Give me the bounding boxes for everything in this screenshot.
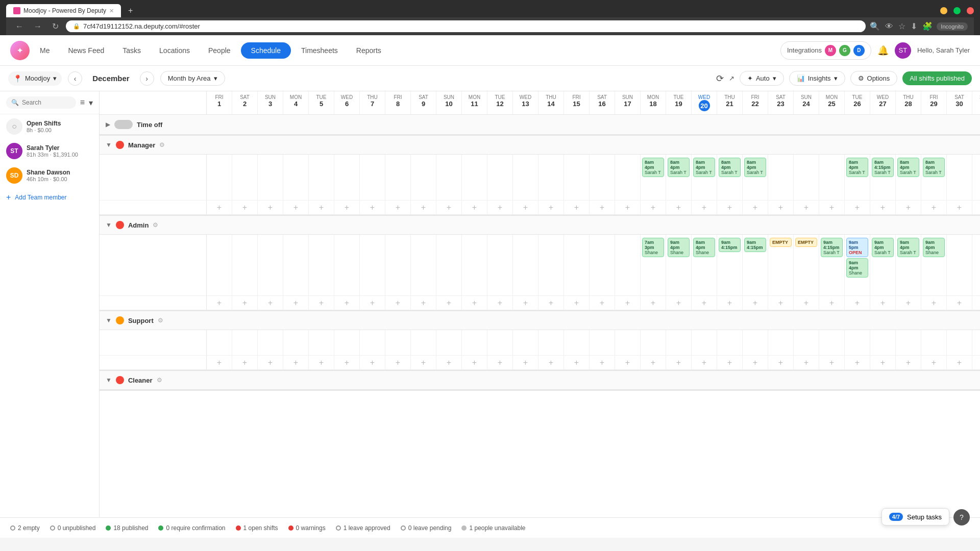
extensions-icon[interactable]: 🧩 [922, 21, 933, 31]
sort-button[interactable]: ▾ [89, 98, 93, 108]
filter-button[interactable]: ≡ [80, 98, 85, 107]
manager-cell-5[interactable] [309, 155, 334, 200]
manager-cell-18[interactable]: 8am 4pmSarah T [641, 155, 666, 200]
manager-add-14[interactable]: + [538, 201, 564, 214]
shift-block-admin-empty2[interactable]: EMPTY [795, 238, 817, 247]
manager-cell-29[interactable]: 8am 4pmSarah T [921, 155, 947, 200]
manager-add-10[interactable]: + [436, 201, 462, 214]
admin-cell-5[interactable] [309, 235, 334, 295]
manager-cell-28[interactable]: 8am 4pmSarah T [896, 155, 921, 200]
manager-cell-14[interactable] [538, 155, 564, 200]
support-cell-17[interactable] [615, 330, 641, 355]
cleaner-gear-icon[interactable]: ⚙ [157, 377, 162, 384]
admin-cell-4[interactable] [283, 235, 309, 295]
manager-add-18[interactable]: + [641, 201, 666, 214]
support-add-9[interactable]: + [411, 356, 436, 369]
manager-cell-12[interactable] [487, 155, 513, 200]
admin-cell-17[interactable] [615, 235, 641, 295]
manager-add-9[interactable]: + [411, 201, 436, 214]
eye-icon[interactable]: 👁 [885, 22, 893, 31]
new-tab-button[interactable]: + [125, 5, 136, 16]
address-bar[interactable]: 🔒 7cf47d19112152.na.deputy.com/#roster [66, 20, 866, 32]
manager-add-7[interactable]: + [360, 201, 385, 214]
support-cell-14[interactable] [538, 330, 564, 355]
support-cell-1[interactable] [207, 330, 232, 355]
timeoff-header[interactable]: ▶ Time off [100, 115, 980, 135]
view-selector[interactable]: Month by Area ▾ [160, 71, 225, 86]
admin-add-24[interactable]: + [794, 296, 819, 310]
manager-cell-26[interactable]: 8am 4pmSarah T [845, 155, 870, 200]
admin-add-10[interactable]: + [436, 296, 462, 310]
admin-add-17[interactable]: + [615, 296, 641, 310]
manager-cell-10[interactable] [436, 155, 462, 200]
shift-block-manager-26[interactable]: 8am 4pmSarah T [846, 158, 868, 177]
support-cell-5[interactable] [309, 330, 334, 355]
manager-add-31[interactable]: + [972, 201, 980, 214]
manager-add-30[interactable]: + [947, 201, 972, 214]
manager-add-28[interactable]: + [896, 201, 921, 214]
manager-cell-21[interactable]: 8am 4pmSarah T [717, 155, 743, 200]
admin-add-18[interactable]: + [641, 296, 666, 310]
minimize-button[interactable] [940, 7, 947, 14]
admin-add-30[interactable]: + [947, 296, 972, 310]
support-add-29[interactable]: + [921, 356, 947, 369]
nav-locations[interactable]: Locations [151, 42, 198, 59]
admin-cell-25[interactable]: 9am 4:15pmSarah T [819, 235, 845, 295]
manager-cell-19[interactable]: 8am 4pmSarah T [666, 155, 692, 200]
admin-cell-10[interactable] [436, 235, 462, 295]
shift-block-admin-25[interactable]: 9am 4:15pmSarah T [821, 238, 843, 257]
admin-cell-14[interactable] [538, 235, 564, 295]
support-cell-13[interactable] [513, 330, 538, 355]
admin-add-5[interactable]: + [309, 296, 334, 310]
nav-people[interactable]: People [200, 42, 239, 59]
support-add-14[interactable]: + [538, 356, 564, 369]
active-tab[interactable]: Moodjoy - Powered By Deputy ✕ [6, 4, 121, 17]
support-add-15[interactable]: + [564, 356, 590, 369]
support-add-18[interactable]: + [641, 356, 666, 369]
admin-cell-1[interactable] [207, 235, 232, 295]
admin-add-28[interactable]: + [896, 296, 921, 310]
admin-add-19[interactable]: + [666, 296, 692, 310]
admin-add-2[interactable]: + [232, 296, 258, 310]
shift-block-admin-18[interactable]: 7am 3pmShane [642, 238, 664, 257]
support-cell-21[interactable] [717, 330, 743, 355]
team-member-sarah[interactable]: ST Sarah Tyler 81h 33m · $1,391.00 [0, 139, 99, 163]
support-add-8[interactable]: + [385, 356, 411, 369]
admin-cell-13[interactable] [513, 235, 538, 295]
manager-add-8[interactable]: + [385, 201, 411, 214]
admin-add-8[interactable]: + [385, 296, 411, 310]
manager-cell-1[interactable] [207, 155, 232, 200]
manager-add-1[interactable]: + [207, 201, 232, 214]
admin-cell-29[interactable]: 9am 4pmShane [921, 235, 947, 295]
manager-add-4[interactable]: + [283, 201, 309, 214]
manager-cell-7[interactable] [360, 155, 385, 200]
manager-add-19[interactable]: + [666, 201, 692, 214]
support-add-1[interactable]: + [207, 356, 232, 369]
manager-cell-8[interactable] [385, 155, 411, 200]
support-cell-7[interactable] [360, 330, 385, 355]
admin-cell-9[interactable] [411, 235, 436, 295]
nav-me[interactable]: Me [32, 42, 58, 59]
support-add-19[interactable]: + [666, 356, 692, 369]
support-cell-9[interactable] [411, 330, 436, 355]
manager-cell-31[interactable] [972, 155, 980, 200]
manager-add-16[interactable]: + [590, 201, 615, 214]
support-add-10[interactable]: + [436, 356, 462, 369]
shift-block-manager-22[interactable]: 8am 4pmSarah T [744, 158, 766, 177]
admin-add-27[interactable]: + [870, 296, 896, 310]
open-shifts-item[interactable]: ○ Open Shifts 8h · $0.00 [0, 114, 99, 139]
manager-cell-20[interactable]: 8am 4pmSarah T [692, 155, 717, 200]
download-icon[interactable]: ⬇ [911, 21, 917, 31]
support-cell-4[interactable] [283, 330, 309, 355]
notifications-bell[interactable]: 🔔 [877, 45, 889, 56]
manager-add-23[interactable]: + [768, 201, 794, 214]
shift-block-admin-27[interactable]: 9am 4pmSarah T [872, 238, 894, 257]
support-add-4[interactable]: + [283, 356, 309, 369]
admin-cell-15[interactable] [564, 235, 590, 295]
admin-cell-11[interactable] [462, 235, 487, 295]
admin-add-7[interactable]: + [360, 296, 385, 310]
admin-add-26[interactable]: + [845, 296, 870, 310]
manager-add-20[interactable]: + [692, 201, 717, 214]
manager-add-15[interactable]: + [564, 201, 590, 214]
admin-cell-23[interactable]: EMPTY [768, 235, 794, 295]
